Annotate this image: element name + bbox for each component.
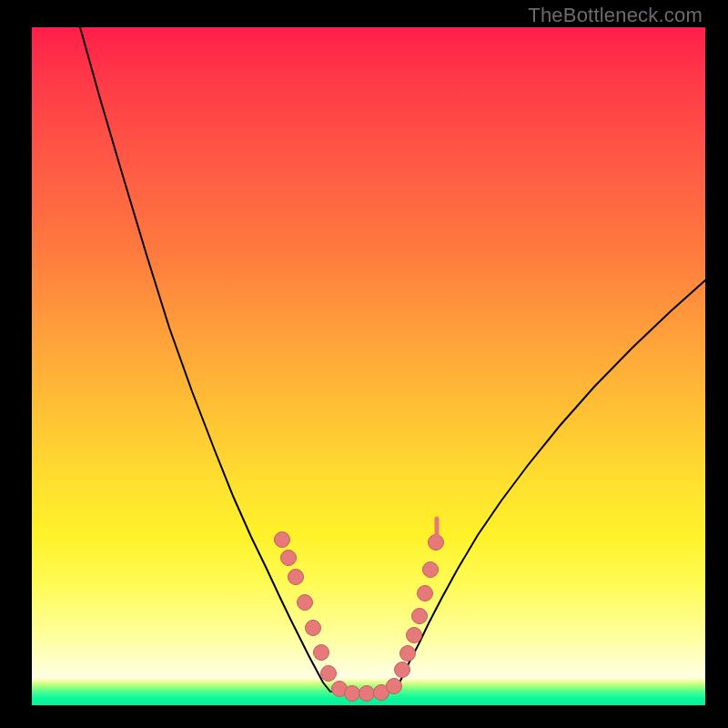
data-dot xyxy=(412,609,428,624)
right-curve xyxy=(394,280,705,692)
data-dot xyxy=(407,628,422,643)
left-curve xyxy=(80,27,330,692)
watermark-text: TheBottleneck.com xyxy=(528,4,703,27)
data-dot xyxy=(359,686,375,702)
data-dot xyxy=(395,662,410,678)
data-dot xyxy=(314,645,329,661)
data-dot xyxy=(298,595,313,611)
plot-area xyxy=(32,27,705,705)
dot-cluster xyxy=(275,532,444,702)
data-dot xyxy=(281,551,297,566)
data-dot xyxy=(423,562,439,578)
data-dot xyxy=(387,679,402,694)
data-dot xyxy=(345,686,360,702)
data-dot xyxy=(306,621,321,636)
data-dot xyxy=(321,666,337,682)
data-dot xyxy=(288,570,304,585)
data-dot xyxy=(275,532,290,548)
data-dot xyxy=(418,586,433,602)
chart-frame: TheBottleneck.com xyxy=(0,0,728,728)
data-dot xyxy=(400,646,416,662)
curve-svg xyxy=(32,27,705,705)
